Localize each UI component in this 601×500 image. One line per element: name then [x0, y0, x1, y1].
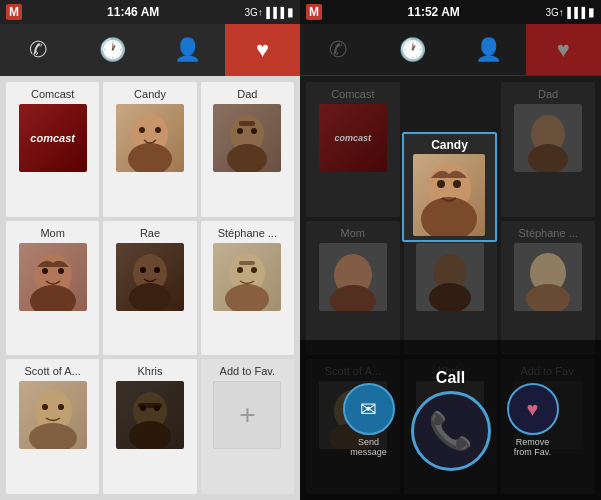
remove-fav-wrapper: ♥ Removefrom Fav. — [507, 383, 559, 457]
right-rae-avatar — [416, 243, 484, 311]
right-tab-bar: ✆ 🕐 👤 ♥ — [300, 24, 601, 76]
right-clock-icon: 🕐 — [399, 37, 426, 63]
khris-avatar — [116, 381, 184, 449]
svg-point-6 — [237, 128, 243, 134]
call-phone-icon: 📞 — [428, 410, 473, 452]
svg-point-46 — [437, 180, 445, 188]
svg-point-16 — [154, 267, 160, 273]
contact-card-add-fav[interactable]: Add to Fav. + — [201, 359, 294, 494]
svg-point-39 — [526, 284, 570, 311]
right-tab-phone[interactable]: ✆ — [300, 24, 375, 75]
right-tab-contacts[interactable]: 👤 — [451, 24, 526, 75]
right-contact-mom[interactable]: Mom — [306, 221, 400, 356]
tab-phone-left[interactable]: ✆ — [0, 24, 75, 76]
left-battery-icon: ▮ — [287, 5, 294, 19]
candy-avatar — [116, 104, 184, 172]
mom-avatar — [19, 243, 87, 311]
right-stephane-face-svg — [514, 243, 582, 311]
action-overlay: ✉ Sendmessage Call 📞 ♥ Removefrom Fav. — [300, 340, 601, 500]
svg-point-18 — [225, 284, 269, 311]
right-comcast-avatar: comcast — [319, 104, 387, 172]
tab-contacts-left[interactable]: 👤 — [150, 24, 225, 76]
contact-card-mom[interactable]: Mom — [6, 221, 99, 356]
comcast-avatar: comcast — [19, 104, 87, 172]
svg-point-7 — [251, 128, 257, 134]
right-contact-stephane[interactable]: Stéphane ... — [501, 221, 595, 356]
right-person-icon: 👤 — [475, 37, 502, 63]
right-tab-favorites[interactable]: ♥ — [526, 24, 601, 75]
candy-selected-card[interactable]: Candy — [402, 132, 496, 242]
svg-point-1 — [128, 143, 172, 172]
call-label: Call — [436, 369, 465, 387]
stephane-avatar — [213, 243, 281, 311]
right-status-bar: M 11:52 AM 3G↑▐▐▐ ▮ — [300, 0, 601, 24]
right-battery-icon: ▮ — [588, 5, 595, 19]
svg-point-14 — [129, 283, 171, 311]
right-gmail-icon: M — [306, 4, 322, 20]
call-wrapper: Call 📞 — [411, 369, 491, 471]
contact-card-candy[interactable]: Candy — [103, 82, 196, 217]
contact-card-scott[interactable]: Scott of A... — [6, 359, 99, 494]
right-dad-label: Dad — [505, 88, 591, 100]
send-message-wrapper: ✉ Sendmessage — [343, 383, 395, 457]
dad-face-svg — [213, 104, 281, 172]
message-icon: ✉ — [360, 397, 377, 421]
dad-avatar — [213, 104, 281, 172]
stephane-label: Stéphane ... — [205, 227, 290, 239]
tab-favorites-left[interactable]: ♥ — [225, 24, 300, 76]
candy-selected-avatar — [413, 154, 485, 236]
scott-face-svg — [19, 381, 87, 449]
svg-point-11 — [42, 268, 48, 274]
contact-card-khris[interactable]: Khris — [103, 359, 196, 494]
right-tab-recents[interactable]: 🕐 — [375, 24, 450, 75]
svg-point-15 — [140, 267, 146, 273]
candy-selected-label: Candy — [431, 138, 468, 152]
right-dad-face-svg — [514, 104, 582, 172]
rae-avatar — [116, 243, 184, 311]
heart-icon-left: ♥ — [256, 37, 269, 63]
right-signal-icon: 3G↑▐▐▐ — [545, 7, 585, 18]
contact-card-rae[interactable]: Rae — [103, 221, 196, 356]
candy-selected-face-svg — [413, 154, 485, 236]
dad-label: Dad — [205, 88, 290, 100]
right-rae-face-svg — [416, 243, 484, 311]
svg-rect-21 — [237, 278, 257, 281]
right-mom-face-svg — [319, 243, 387, 311]
right-stephane-label: Stéphane ... — [505, 227, 591, 239]
clock-icon-left: 🕐 — [99, 37, 126, 63]
mom-face-svg — [19, 243, 87, 311]
svg-point-20 — [251, 267, 257, 273]
rae-face-svg — [116, 243, 184, 311]
khris-label: Khris — [107, 365, 192, 377]
add-fav-label: Add to Fav. — [205, 365, 290, 377]
left-tab-bar: ✆ 🕐 👤 ♥ — [0, 24, 300, 76]
right-contact-dad[interactable]: Dad — [501, 82, 595, 217]
call-button[interactable]: 📞 — [411, 391, 491, 471]
left-status-right: 3G↑▐▐▐ ▮ — [244, 5, 294, 19]
right-comcast-label: Comcast — [310, 88, 396, 100]
svg-point-35 — [330, 285, 376, 311]
contact-card-stephane[interactable]: Stéphane ... — [201, 221, 294, 356]
right-phone-icon: ✆ — [329, 37, 347, 63]
svg-point-24 — [29, 423, 77, 449]
svg-point-3 — [155, 127, 161, 133]
svg-point-12 — [58, 268, 64, 274]
svg-point-26 — [58, 404, 64, 410]
plus-icon: + — [239, 399, 255, 431]
rae-label: Rae — [107, 227, 192, 239]
svg-rect-31 — [138, 403, 162, 408]
contact-card-dad[interactable]: Dad — [201, 82, 294, 217]
svg-point-37 — [429, 283, 471, 311]
right-mom-label: Mom — [310, 227, 396, 239]
candy-face-svg — [116, 104, 184, 172]
send-message-button[interactable]: ✉ — [343, 383, 395, 435]
right-heart-icon: ♥ — [557, 37, 570, 63]
right-panel: M 11:52 AM 3G↑▐▐▐ ▮ ✆ 🕐 👤 ♥ Comcast comc… — [300, 0, 601, 500]
scott-avatar — [19, 381, 87, 449]
right-contact-comcast[interactable]: Comcast comcast — [306, 82, 400, 217]
remove-fav-button[interactable]: ♥ — [507, 383, 559, 435]
contact-card-comcast[interactable]: Comcast comcast — [6, 82, 99, 217]
svg-point-10 — [30, 285, 76, 311]
right-contacts-grid: Comcast comcast Candy Dad Mom — [300, 76, 601, 500]
tab-recents-left[interactable]: 🕐 — [75, 24, 150, 76]
